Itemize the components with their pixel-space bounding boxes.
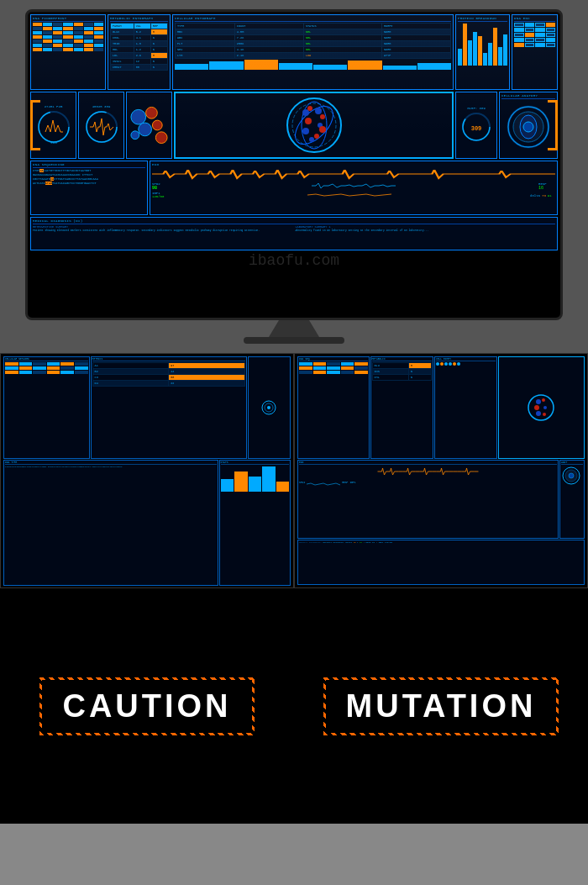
spo2-value: 98: [152, 186, 169, 191]
caution-text: CAUTION: [62, 688, 231, 724]
medical-diagnosis-title: MEDICAL DIAGNOSIS (Dx): [33, 219, 555, 224]
svg-point-41: [536, 411, 541, 416]
svg-point-37: [536, 399, 541, 404]
delta-value: 7%: [542, 194, 546, 198]
mutation-box: MUTATION: [294, 588, 588, 824]
mutation-inner: MUTATION: [326, 680, 557, 733]
svg-point-31: [523, 122, 533, 132]
svg-point-6: [146, 107, 158, 119]
svg-point-42: [543, 413, 546, 416]
svg-point-5: [131, 109, 146, 124]
dna-fingerprint-panel: DNA FINGERPRINT: [30, 14, 106, 90]
dna-enc-panel: DNA ENC: [512, 14, 558, 90]
svg-point-8: [152, 120, 162, 130]
protein-panel: PROTEIN BREAKDOWN: [455, 14, 510, 90]
preview-left: CELLULAR NETWORK METRICS A197 B244 C388: [0, 353, 294, 588]
svg-point-9: [131, 131, 139, 140]
dna-helix-panel: [174, 92, 454, 159]
dna-fingerprint-title: DNA FINGERPRINT: [33, 17, 103, 22]
warnings-section: CAUTION MUTATION: [0, 588, 588, 824]
svg-point-22: [314, 134, 319, 139]
dna-sequencing-panel: DNA SEQUENCING CTGTCACACTGTTGGCTTTGCTACG…: [30, 161, 148, 215]
cell-bubbles-panel: [126, 92, 172, 159]
metabolic-title: METABOLIC ENTOGRAPH: [110, 17, 168, 22]
t-value: 91: [548, 194, 552, 198]
svg-point-15: [302, 109, 309, 116]
cellular-anatomy-title: CELLULAR ANATOMY: [501, 94, 555, 99]
medical-diagnosis-panel: MEDICAL DIAGNOSIS (Dx) RETROVECTIVE SUMM…: [30, 217, 558, 250]
caution-box: CAUTION: [0, 588, 294, 824]
mutation-text: MUTATION: [346, 688, 537, 724]
svg-point-19: [305, 118, 312, 124]
gauge-2-panel: 48025 389: [78, 92, 124, 159]
svg-point-40: [543, 406, 547, 409]
svg-point-36: [528, 395, 554, 420]
gauge-3-panel: 015F: 309 309: [455, 92, 497, 159]
dna-enc-title: DNA ENC: [514, 17, 555, 22]
svg-point-24: [309, 137, 314, 142]
monitor: DNA FINGERPRINT METABOL: [25, 9, 563, 320]
metabolic-panel: METABOLIC ENTOGRAPH PARAMVALREF GLUC5.2H…: [108, 14, 171, 90]
cellular-panel: CELLULAR ENTOGRAPH TYPECOUNTSTATUSMORPH …: [172, 14, 454, 90]
svg-point-18: [320, 114, 325, 119]
svg-point-16: [307, 106, 312, 111]
svg-text:309: 309: [471, 125, 482, 132]
svg-point-10: [155, 132, 167, 144]
monitor-content: DNA FINGERPRINT METABOL: [28, 12, 560, 318]
svg-point-13: [302, 102, 327, 149]
protein-title: PROTEIN BREAKDOWN: [458, 17, 507, 22]
svg-point-45: [569, 473, 574, 478]
ekg-panel: EKG SPO2 98: [150, 161, 558, 215]
svg-point-39: [534, 405, 539, 410]
svg-point-23: [319, 126, 326, 133]
svg-point-11: [287, 98, 341, 152]
svg-point-14: [288, 100, 339, 151]
previews-section: CELLULAR NETWORK METRICS A197 B244 C388: [0, 353, 588, 588]
resp-value: 16: [538, 186, 555, 191]
svg-point-35: [267, 406, 270, 409]
dna-sequencing-title: DNA SEQUENCING: [33, 163, 145, 168]
svg-text:EKG: EKG: [50, 141, 57, 145]
svg-point-7: [139, 123, 152, 136]
caution-inner: CAUTION: [42, 680, 251, 733]
svg-point-38: [542, 398, 545, 402]
ibp1-value: 120/80: [152, 195, 169, 198]
svg-point-21: [302, 128, 309, 134]
mutation-border: MUTATION: [323, 677, 559, 735]
monitor-section: DNA FINGERPRINT METABOL: [0, 0, 588, 353]
preview-right: DNA SEQ METABOLIC GLUH INSN CHLN: [294, 353, 588, 588]
cellular-title: CELLULAR ENTOGRAPH: [175, 17, 451, 22]
svg-point-17: [315, 108, 322, 114]
caution-border: CAUTION: [39, 677, 254, 735]
